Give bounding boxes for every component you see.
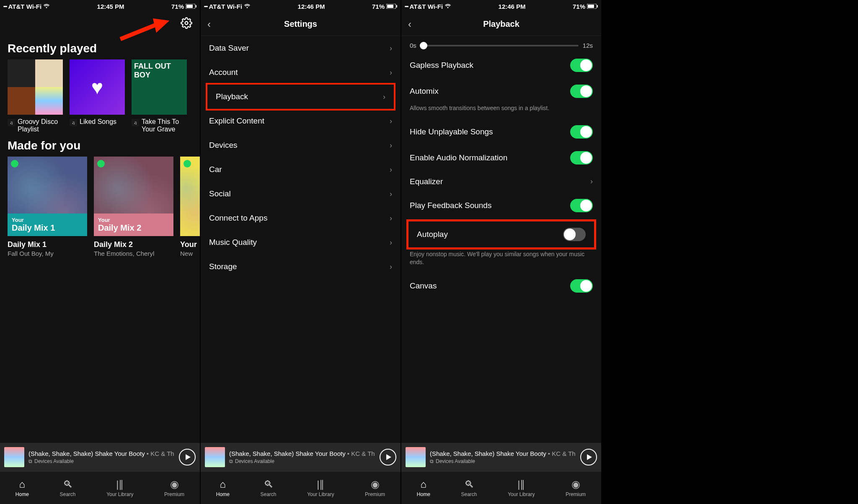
toggle-play-feedback-sounds[interactable] bbox=[570, 199, 593, 212]
signal-icon: ▪▪▪▪ bbox=[405, 4, 408, 9]
chevron-right-icon: › bbox=[383, 93, 385, 101]
playback-row-equalizer[interactable]: Equalizer› bbox=[401, 171, 601, 193]
now-playing-bar[interactable]: (Shake, Shake, Shake) Shake Your Booty •… bbox=[0, 443, 200, 471]
back-button[interactable]: ‹ bbox=[408, 18, 411, 30]
nav-library[interactable]: |∥Your Library bbox=[508, 479, 535, 497]
svg-rect-6 bbox=[396, 5, 397, 8]
nav-premium[interactable]: ◉Premium bbox=[566, 479, 586, 497]
nav-search[interactable]: 🔍︎Search bbox=[461, 479, 477, 497]
nav-library[interactable]: |∥Your Library bbox=[307, 479, 334, 497]
screen-playback: ▪▪▪▪AT&T Wi-Fi 12:46 PM 71% ‹ Playback 0… bbox=[401, 0, 602, 504]
toggle-automix[interactable] bbox=[570, 85, 593, 98]
settings-row-social[interactable]: Social› bbox=[201, 182, 401, 206]
back-button[interactable]: ‹ bbox=[207, 18, 211, 30]
setting-label: Gapless Playback bbox=[410, 61, 473, 70]
slider-thumb[interactable] bbox=[420, 42, 427, 49]
devices-available[interactable]: ⧉Devices Available bbox=[430, 458, 576, 464]
play-button[interactable] bbox=[179, 449, 196, 465]
nav-search[interactable]: 🔍︎Search bbox=[261, 479, 277, 497]
now-playing-title: (Shake, Shake, Shake) Shake Your Booty •… bbox=[229, 450, 375, 457]
album-card[interactable]: FALL OUT BOY ♫Take This To Your Grave bbox=[132, 59, 187, 133]
settings-row-label: Data Saver bbox=[209, 44, 249, 53]
playback-row-play-feedback-sounds: Play Feedback Sounds bbox=[401, 193, 601, 219]
toggle-gapless-playback[interactable] bbox=[570, 59, 593, 72]
settings-row-explicit-content[interactable]: Explicit Content› bbox=[201, 109, 401, 133]
cover-art: FALL OUT BOY bbox=[132, 59, 187, 115]
settings-row-label: Account bbox=[209, 68, 238, 77]
playback-row-enable-audio-normalization: Enable Audio Normalization bbox=[401, 145, 601, 171]
daily-mix-card[interactable]: Your New bbox=[180, 157, 200, 257]
playback-row-canvas: Canvas bbox=[401, 273, 601, 299]
wifi-icon bbox=[43, 3, 50, 10]
signal-icon: ▪▪▪▪ bbox=[204, 4, 207, 9]
nav-premium[interactable]: ◉Premium bbox=[164, 479, 184, 497]
svg-point-3 bbox=[185, 21, 188, 24]
settings-row-label: Storage bbox=[209, 262, 237, 271]
chevron-right-icon: › bbox=[590, 177, 593, 186]
search-icon: 🔍︎ bbox=[464, 479, 474, 490]
nav-premium[interactable]: ◉Premium bbox=[365, 479, 385, 497]
setting-label: Canvas bbox=[410, 281, 437, 291]
settings-row-connect-to-apps[interactable]: Connect to Apps› bbox=[201, 206, 401, 230]
playlist-card[interactable]: ♫Groovy Disco Playlist bbox=[8, 59, 63, 133]
library-icon: |∥ bbox=[517, 479, 525, 490]
playback-row-automix: Automix bbox=[401, 78, 601, 104]
settings-row-account[interactable]: Account› bbox=[201, 60, 401, 85]
toggle-hide-unplayable-songs[interactable] bbox=[570, 125, 593, 139]
toggle-canvas[interactable] bbox=[570, 279, 593, 293]
liked-songs-card[interactable]: ♥ ♫Liked Songs bbox=[70, 59, 125, 133]
settings-row-label: Car bbox=[209, 165, 222, 174]
slider-min: 0s bbox=[410, 42, 416, 49]
settings-row-playback[interactable]: Playback› bbox=[206, 83, 395, 111]
search-icon: 🔍︎ bbox=[264, 479, 274, 490]
playlist-icon: ♫ bbox=[8, 119, 15, 126]
settings-row-car[interactable]: Car› bbox=[201, 157, 401, 182]
nav-home[interactable]: ⌂Home bbox=[417, 479, 430, 497]
nav-home[interactable]: ⌂Home bbox=[16, 479, 29, 497]
spotify-icon: ◉ bbox=[170, 479, 179, 490]
library-icon: |∥ bbox=[116, 479, 124, 490]
nav-library[interactable]: |∥Your Library bbox=[106, 479, 133, 497]
daily-mix-card[interactable]: YourDaily Mix 1 Daily Mix 1 Fall Out Boy… bbox=[8, 157, 87, 257]
nav-home[interactable]: ⌂Home bbox=[216, 479, 230, 497]
playback-row-autoplay: Autoplay bbox=[408, 221, 594, 247]
nav-search[interactable]: 🔍︎Search bbox=[60, 479, 76, 497]
made-for-you-row: YourDaily Mix 1 Daily Mix 1 Fall Out Boy… bbox=[0, 157, 200, 257]
now-playing-bar[interactable]: (Shake, Shake, Shake) Shake Your Booty •… bbox=[401, 443, 601, 471]
play-button[interactable] bbox=[580, 449, 597, 465]
recently-played-title: Recently played bbox=[0, 36, 200, 59]
toggle-autoplay[interactable] bbox=[563, 228, 586, 241]
settings-row-devices[interactable]: Devices› bbox=[201, 133, 401, 157]
settings-row-label: Explicit Content bbox=[209, 116, 264, 126]
toggle-enable-audio-normalization[interactable] bbox=[570, 151, 593, 165]
cover-art: ♥ bbox=[70, 59, 125, 115]
clock: 12:46 PM bbox=[499, 3, 526, 10]
now-playing-title: (Shake, Shake, Shake) Shake Your Booty •… bbox=[28, 450, 175, 457]
chevron-right-icon: › bbox=[390, 190, 392, 198]
screen-settings: ▪▪▪▪AT&T Wi-Fi 12:46 PM 71% ‹ Settings D… bbox=[201, 0, 401, 504]
settings-row-label: Social bbox=[209, 189, 231, 198]
settings-row-data-saver[interactable]: Data Saver› bbox=[201, 36, 401, 60]
battery-icon bbox=[587, 3, 598, 10]
clock: 12:46 PM bbox=[298, 3, 325, 10]
devices-available[interactable]: ⧉Devices Available bbox=[229, 458, 375, 464]
settings-header: ‹ Settings bbox=[201, 13, 401, 36]
library-icon: |∥ bbox=[317, 479, 324, 490]
playlist-icon: ♫ bbox=[132, 119, 139, 126]
setting-label: Autoplay bbox=[417, 230, 448, 239]
setting-description: Enjoy nonstop music. We'll play you simi… bbox=[401, 250, 601, 273]
devices-available[interactable]: ⧉Devices Available bbox=[28, 458, 175, 464]
chevron-right-icon: › bbox=[390, 214, 392, 223]
settings-gear-icon[interactable] bbox=[181, 17, 192, 32]
made-for-you-title: Made for you bbox=[0, 133, 200, 157]
settings-row-storage[interactable]: Storage› bbox=[201, 255, 401, 279]
recently-played-row: ♫Groovy Disco Playlist ♥ ♫Liked Songs FA… bbox=[0, 59, 200, 133]
daily-mix-card[interactable]: YourDaily Mix 2 Daily Mix 2 The Emotions… bbox=[94, 157, 173, 257]
cover-art bbox=[8, 59, 63, 115]
play-button[interactable] bbox=[380, 449, 396, 465]
svg-rect-9 bbox=[597, 5, 598, 8]
now-playing-bar[interactable]: (Shake, Shake, Shake) Shake Your Booty •… bbox=[201, 443, 401, 471]
home-icon: ⌂ bbox=[19, 479, 26, 490]
crossfade-slider[interactable] bbox=[421, 45, 579, 46]
settings-row-music-quality[interactable]: Music Quality› bbox=[201, 230, 401, 255]
